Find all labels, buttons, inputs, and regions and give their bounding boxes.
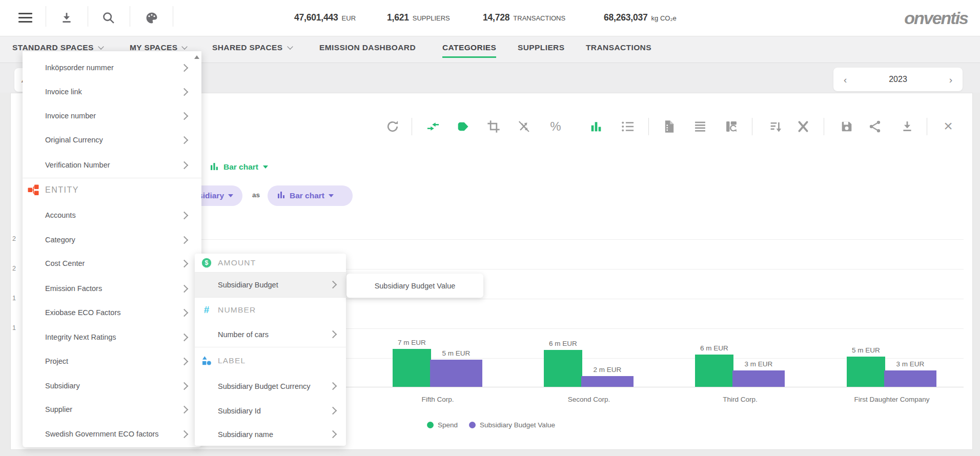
no-sort-icon[interactable] (517, 119, 531, 134)
rows-icon[interactable] (693, 119, 707, 134)
menu-item-invoice-number[interactable]: Invoice number (23, 104, 201, 128)
chevron-right-icon (180, 358, 189, 366)
bar-spend[interactable] (393, 349, 431, 387)
tag-icon[interactable] (456, 119, 470, 134)
legend-item[interactable]: Spend (427, 421, 458, 429)
chevron-right-icon (180, 161, 189, 170)
stat-label: kg CO₂e (651, 14, 677, 22)
next-year-button[interactable]: › (949, 75, 952, 85)
menu-item-integrity-next-ratings[interactable]: Integrity Next Ratings (23, 325, 201, 349)
menu-item-verification-number[interactable]: Verification Number (23, 153, 201, 177)
share-icon[interactable] (868, 119, 882, 134)
bar-chart-view-icon[interactable] (589, 119, 603, 134)
chevron-down-icon (98, 44, 104, 49)
legend-item[interactable]: Subsidiary Budget Value (469, 421, 555, 429)
bar-value-label: 6 m EUR (533, 340, 594, 347)
dollar-circle-icon: $ (201, 257, 212, 268)
download-icon[interactable] (59, 11, 74, 25)
field-dropdown-menu: Inköpsorder nummerInvoice linkInvoice nu… (23, 51, 201, 447)
save-icon[interactable] (840, 119, 854, 134)
submenu-item-number-of-cars[interactable]: Number of cars (195, 322, 346, 347)
menu-icon[interactable] (18, 13, 32, 23)
menu-item-label: Invoice link (45, 80, 82, 103)
onventis-logo: onventis (904, 8, 968, 28)
bar-value-label: 5 m EUR (425, 349, 487, 357)
submenu-item-subsidiary-budget[interactable]: Subsidiary Budget (195, 273, 346, 297)
year-selector: ‹ 2023 › (833, 68, 963, 91)
menu-item-project[interactable]: Project (23, 349, 201, 373)
tab-transactions[interactable]: TRANSACTIONS (586, 43, 651, 52)
submenu-section-label: AMOUNT (218, 258, 256, 267)
previous-year-button[interactable]: ‹ (844, 75, 847, 85)
svg-text:$: $ (205, 259, 209, 266)
menu-item-invoice-link[interactable]: Invoice link (23, 80, 201, 103)
bar-subsidiary-budget-value[interactable] (732, 370, 785, 387)
bar-spend[interactable] (544, 350, 582, 387)
bar-subsidiary-budget-value[interactable] (581, 376, 634, 387)
legend-label: Spend (438, 421, 458, 429)
tab-label: SUPPLIERS (518, 43, 564, 52)
download-icon[interactable] (900, 119, 914, 134)
divider (648, 118, 649, 135)
tab-shared-spaces[interactable]: SHARED SPACES (212, 43, 292, 52)
menu-item-emission-factors[interactable]: Emission Factors (23, 277, 201, 300)
tab-emission-dashboard[interactable]: EMISSION DASHBOARD (319, 43, 416, 52)
stat-label: SUPPLIERS (413, 14, 450, 22)
menu-item-accounts[interactable]: Accounts (23, 203, 201, 227)
divider (412, 118, 412, 135)
hierarchy-icon (27, 184, 39, 196)
chevron-right-icon (329, 382, 337, 390)
scroll-up-icon[interactable] (194, 55, 199, 59)
bar-spend[interactable] (695, 355, 733, 387)
sort-descending-icon[interactable] (768, 119, 783, 134)
category-label: First Daughter Company (835, 396, 948, 403)
chevron-down-icon (228, 194, 233, 197)
menu-item-subsidiary[interactable]: Subsidiary (23, 374, 201, 398)
menu-item-supplier[interactable]: Supplier (23, 398, 201, 421)
chart-type-label: Bar chart (223, 162, 258, 172)
menu-item-original-currency[interactable]: Original Currency (23, 128, 201, 152)
bar-subsidiary-budget-value[interactable] (430, 360, 482, 387)
menu-item-cost-center[interactable]: Cost Center (23, 252, 201, 275)
crop-icon[interactable] (486, 119, 501, 134)
stat-value: 47,601,443 (294, 12, 338, 23)
chevron-right-icon (329, 281, 337, 289)
category-label: Fifth Corp. (381, 396, 494, 403)
palette-icon[interactable] (145, 11, 159, 25)
list-view-icon[interactable] (621, 119, 635, 134)
search-icon[interactable] (101, 11, 116, 25)
stat-suppliers: 1,621SUPPLIERS (387, 12, 450, 23)
close-icon[interactable]: × (941, 119, 955, 134)
submenu-section-label: LABEL (195, 347, 346, 374)
pivot-icon[interactable] (724, 119, 739, 134)
page: EUR 47,601,443EUR1,621SUPPLIERS14,728TRA… (0, 0, 980, 456)
chevron-right-icon (180, 334, 189, 342)
legend-label: Subsidiary Budget Value (480, 421, 555, 429)
menu-item-exiobase-eco-factors[interactable]: Exiobase ECO Factors (23, 301, 201, 324)
tools-icon[interactable] (796, 119, 810, 134)
as-chart-type-chip[interactable]: Bar chart (268, 185, 353, 206)
currency-badge[interactable]: EUR (188, 10, 214, 25)
bar-subsidiary-budget-value[interactable] (884, 370, 936, 387)
merge-arrows-icon[interactable] (426, 119, 440, 134)
stat-label: TRANSACTIONS (513, 14, 565, 22)
bar-spend[interactable] (847, 357, 885, 387)
flyout-item-subsidiary-budget-value[interactable]: Subsidiary Budget Value (346, 274, 483, 298)
tab-categories[interactable]: CATEGORIES (442, 43, 496, 58)
percent-icon[interactable]: % (548, 119, 563, 134)
submenu-item-subsidiary-name[interactable]: Subsidiary name (195, 423, 346, 446)
submenu-item-subsidiary-budget-currency[interactable]: Subsidiary Budget Currency (195, 374, 346, 399)
chevron-down-icon (263, 165, 268, 169)
menu-item-swedish-government-eco-factors[interactable]: Swedish Government ECO factors (23, 422, 201, 446)
menu-item-ink-psorder-nummer[interactable]: Inköpsorder nummer (23, 56, 201, 79)
shapes-icon (201, 355, 212, 366)
as-chart-type-label: Bar chart (290, 191, 324, 200)
submenu-section-amount: $AMOUNT (195, 254, 346, 272)
refresh-icon[interactable] (385, 119, 400, 134)
report-icon[interactable] (662, 119, 677, 134)
stat-kg-co-e: 68,263,037kg CO₂e (604, 12, 677, 23)
menu-item-category[interactable]: Category (23, 228, 201, 252)
tab-suppliers[interactable]: SUPPLIERS (518, 43, 564, 52)
chevron-right-icon (180, 88, 189, 96)
submenu-item-subsidiary-id[interactable]: Subsidiary Id (195, 399, 346, 423)
